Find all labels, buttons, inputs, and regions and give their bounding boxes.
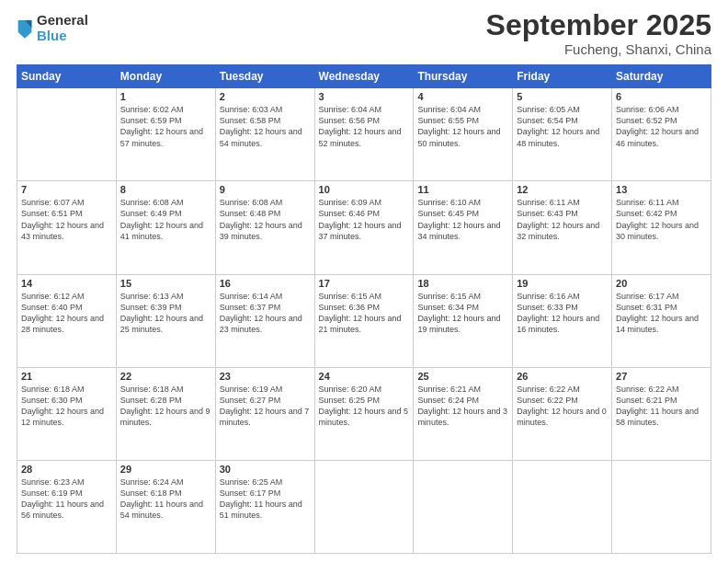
day-info: Sunrise: 6:16 AMSunset: 6:33 PMDaylight:… [517,291,608,336]
logo: General Blue [17,13,88,43]
calendar-cell [17,88,117,181]
day-info: Sunrise: 6:10 AMSunset: 6:45 PMDaylight:… [417,197,508,242]
day-number: 17 [319,278,410,289]
calendar-cell: 28 Sunrise: 6:23 AMSunset: 6:19 PMDaylig… [17,460,117,553]
day-info: Sunrise: 6:03 AMSunset: 6:58 PMDaylight:… [220,104,311,149]
day-number: 27 [616,371,707,382]
calendar-cell: 11 Sunrise: 6:10 AMSunset: 6:45 PMDaylig… [414,181,513,274]
days-header-row: Sunday Monday Tuesday Wednesday Thursday… [17,65,711,88]
calendar-cell: 1 Sunrise: 6:02 AMSunset: 6:59 PMDayligh… [116,88,215,181]
calendar-cell: 2 Sunrise: 6:03 AMSunset: 6:58 PMDayligh… [215,88,314,181]
calendar-cell: 12 Sunrise: 6:11 AMSunset: 6:43 PMDaylig… [513,181,612,274]
calendar-cell: 22 Sunrise: 6:18 AMSunset: 6:28 PMDaylig… [116,367,215,460]
calendar-cell: 4 Sunrise: 6:04 AMSunset: 6:55 PMDayligh… [414,88,513,181]
day-number: 30 [220,464,311,475]
day-info: Sunrise: 6:06 AMSunset: 6:52 PMDaylight:… [616,104,707,149]
calendar-table: Sunday Monday Tuesday Wednesday Thursday… [17,64,711,554]
day-number: 24 [319,371,410,382]
month-title: September 2025 [486,9,711,41]
day-info: Sunrise: 6:15 AMSunset: 6:34 PMDaylight:… [417,291,508,336]
day-info: Sunrise: 6:22 AMSunset: 6:21 PMDaylight:… [616,384,707,429]
calendar-cell: 18 Sunrise: 6:15 AMSunset: 6:34 PMDaylig… [414,274,513,367]
day-number: 16 [220,278,311,289]
header-monday: Monday [116,65,215,88]
calendar-cell: 10 Sunrise: 6:09 AMSunset: 6:46 PMDaylig… [314,181,414,274]
calendar-cell: 29 Sunrise: 6:24 AMSunset: 6:18 PMDaylig… [116,460,215,553]
day-info: Sunrise: 6:15 AMSunset: 6:36 PMDaylight:… [319,291,410,336]
day-number: 20 [616,278,707,289]
day-info: Sunrise: 6:21 AMSunset: 6:24 PMDaylight:… [417,384,508,429]
day-info: Sunrise: 6:23 AMSunset: 6:19 PMDaylight:… [21,477,112,522]
day-info: Sunrise: 6:11 AMSunset: 6:42 PMDaylight:… [616,197,707,242]
header-sunday: Sunday [17,65,117,88]
day-info: Sunrise: 6:18 AMSunset: 6:28 PMDaylight:… [120,384,211,429]
location-title: Fucheng, Shanxi, China [486,41,711,57]
calendar-cell: 25 Sunrise: 6:21 AMSunset: 6:24 PMDaylig… [414,367,513,460]
day-number: 5 [517,91,608,102]
calendar-cell: 6 Sunrise: 6:06 AMSunset: 6:52 PMDayligh… [612,88,711,181]
title-block: September 2025 Fucheng, Shanxi, China [486,9,711,57]
calendar-cell: 3 Sunrise: 6:04 AMSunset: 6:56 PMDayligh… [314,88,414,181]
header-saturday: Saturday [612,65,711,88]
day-number: 26 [517,371,608,382]
day-info: Sunrise: 6:17 AMSunset: 6:31 PMDaylight:… [616,291,707,336]
day-number: 8 [120,184,211,195]
calendar-cell [513,460,612,553]
calendar-week-row: 1 Sunrise: 6:02 AMSunset: 6:59 PMDayligh… [17,88,711,181]
day-info: Sunrise: 6:04 AMSunset: 6:56 PMDaylight:… [319,104,410,149]
logo-blue: Blue [37,29,88,44]
day-number: 9 [220,184,311,195]
day-info: Sunrise: 6:09 AMSunset: 6:46 PMDaylight:… [319,197,410,242]
day-info: Sunrise: 6:12 AMSunset: 6:40 PMDaylight:… [21,291,112,336]
day-number: 14 [21,278,112,289]
calendar-cell [612,460,711,553]
day-number: 2 [220,91,311,102]
calendar-week-row: 14 Sunrise: 6:12 AMSunset: 6:40 PMDaylig… [17,274,711,367]
day-info: Sunrise: 6:08 AMSunset: 6:49 PMDaylight:… [120,197,211,242]
header-friday: Friday [513,65,612,88]
calendar-cell [314,460,414,553]
calendar-cell: 14 Sunrise: 6:12 AMSunset: 6:40 PMDaylig… [17,274,117,367]
day-number: 15 [120,278,211,289]
day-info: Sunrise: 6:22 AMSunset: 6:22 PMDaylight:… [517,384,608,429]
day-info: Sunrise: 6:07 AMSunset: 6:51 PMDaylight:… [21,197,112,242]
calendar-cell: 24 Sunrise: 6:20 AMSunset: 6:25 PMDaylig… [314,367,414,460]
calendar-cell: 27 Sunrise: 6:22 AMSunset: 6:21 PMDaylig… [612,367,711,460]
calendar-week-row: 28 Sunrise: 6:23 AMSunset: 6:19 PMDaylig… [17,460,711,553]
logo-text: General Blue [37,13,88,43]
calendar-cell: 15 Sunrise: 6:13 AMSunset: 6:39 PMDaylig… [116,274,215,367]
day-info: Sunrise: 6:05 AMSunset: 6:54 PMDaylight:… [517,104,608,149]
calendar-cell: 7 Sunrise: 6:07 AMSunset: 6:51 PMDayligh… [17,181,117,274]
logo-general: General [37,13,88,29]
day-info: Sunrise: 6:18 AMSunset: 6:30 PMDaylight:… [21,384,112,429]
header-thursday: Thursday [414,65,513,88]
calendar-cell: 26 Sunrise: 6:22 AMSunset: 6:22 PMDaylig… [513,367,612,460]
day-number: 13 [616,184,707,195]
calendar-cell: 20 Sunrise: 6:17 AMSunset: 6:31 PMDaylig… [612,274,711,367]
day-info: Sunrise: 6:14 AMSunset: 6:37 PMDaylight:… [220,291,311,336]
day-number: 21 [21,371,112,382]
day-number: 11 [417,184,508,195]
calendar-cell: 9 Sunrise: 6:08 AMSunset: 6:48 PMDayligh… [215,181,314,274]
logo-icon [17,18,33,39]
day-number: 23 [220,371,311,382]
day-info: Sunrise: 6:13 AMSunset: 6:39 PMDaylight:… [120,291,211,336]
calendar-week-row: 21 Sunrise: 6:18 AMSunset: 6:30 PMDaylig… [17,367,711,460]
day-number: 12 [517,184,608,195]
calendar-cell: 21 Sunrise: 6:18 AMSunset: 6:30 PMDaylig… [17,367,117,460]
header-wednesday: Wednesday [314,65,414,88]
day-info: Sunrise: 6:20 AMSunset: 6:25 PMDaylight:… [319,384,410,429]
day-number: 29 [120,464,211,475]
calendar-cell: 17 Sunrise: 6:15 AMSunset: 6:36 PMDaylig… [314,274,414,367]
calendar-cell: 16 Sunrise: 6:14 AMSunset: 6:37 PMDaylig… [215,274,314,367]
calendar-cell: 30 Sunrise: 6:25 AMSunset: 6:17 PMDaylig… [215,460,314,553]
calendar-cell: 8 Sunrise: 6:08 AMSunset: 6:49 PMDayligh… [116,181,215,274]
calendar-cell: 13 Sunrise: 6:11 AMSunset: 6:42 PMDaylig… [612,181,711,274]
day-number: 1 [120,91,211,102]
day-number: 28 [21,464,112,475]
day-number: 7 [21,184,112,195]
calendar-cell: 23 Sunrise: 6:19 AMSunset: 6:27 PMDaylig… [215,367,314,460]
day-number: 22 [120,371,211,382]
day-number: 3 [319,91,410,102]
day-number: 19 [517,278,608,289]
